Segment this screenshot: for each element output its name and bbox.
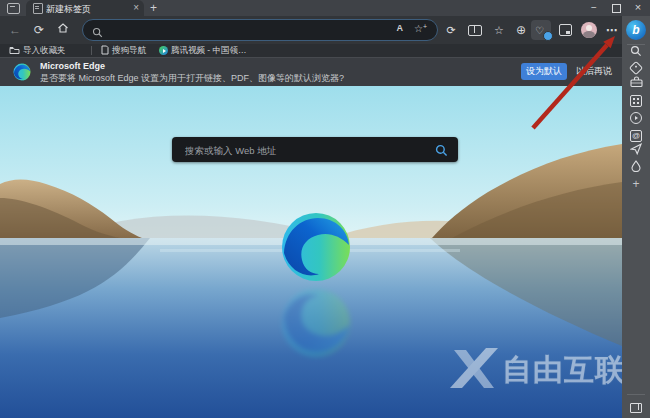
refresh-icon[interactable]: ⟳ [31, 22, 47, 38]
favorites-bar: 导入收藏夹 搜狗导航 腾讯视频 - 中国领… [0, 44, 622, 57]
newtab-search-icon[interactable] [435, 143, 448, 161]
divider [627, 394, 645, 395]
bookmark-sogou[interactable]: 搜狗导航 [101, 44, 146, 57]
active-tab[interactable]: 新建标签页 × [26, 0, 144, 16]
window-maximize-button[interactable] [608, 1, 624, 15]
new-tab-page: 自由互联 [0, 86, 622, 418]
address-search-icon [92, 24, 103, 42]
sidebar-drop-icon[interactable] [622, 160, 650, 176]
toolbar: ← ⟳ A ☆+ ⟳ ☆ ⊕ ♡ ⋯ [0, 16, 622, 44]
tencent-video-favicon [159, 46, 168, 55]
newtab-search-input[interactable] [183, 141, 427, 160]
set-default-button[interactable]: 设为默认 [521, 63, 567, 80]
sidebar-games-icon[interactable] [622, 93, 650, 109]
bookmark-tencent-video[interactable]: 腾讯视频 - 中国领… [159, 44, 247, 57]
tab-title: 新建标签页 [46, 3, 128, 16]
settings-more-button[interactable]: ⋯ [604, 22, 620, 38]
copilot-bing-icon[interactable]: b [626, 20, 646, 40]
bookmark-import-favorites[interactable]: 导入收藏夹 [9, 44, 66, 57]
address-input[interactable] [109, 22, 403, 39]
tab-favicon-icon [33, 3, 43, 14]
watermark: 自由互联 [448, 348, 622, 394]
web-capture-icon[interactable] [557, 22, 573, 38]
divider [91, 46, 92, 55]
edge-logo-icon [13, 63, 31, 81]
sidebar-customize-icon[interactable] [622, 400, 650, 416]
read-aloud-icon[interactable]: A [397, 23, 404, 33]
sidebar-search-icon[interactable] [622, 45, 650, 61]
banner-message: 是否要将 Microsoft Edge 设置为用于打开链接、PDF、图像等的默认… [40, 72, 344, 85]
add-favorite-icon[interactable]: ☆+ [414, 23, 427, 34]
sync-icon[interactable]: ⟳ [443, 22, 459, 38]
newtab-search-box[interactable] [172, 137, 458, 162]
title-bar: 新建标签页 × + − × [0, 0, 650, 16]
tab-close-icon[interactable]: × [133, 2, 139, 14]
page-icon [101, 45, 109, 55]
collections-icon[interactable]: ⊕ [513, 22, 529, 38]
watermark-x-logo [448, 348, 500, 390]
back-icon[interactable]: ← [7, 22, 23, 38]
home-icon[interactable] [55, 22, 71, 38]
edge-logo-reflection [280, 287, 352, 359]
sidebar-drop-send-icon[interactable] [622, 143, 650, 159]
window-close-button[interactable]: × [630, 1, 646, 15]
sidebar-video-icon[interactable] [622, 110, 650, 126]
sidebar-tools-icon[interactable] [622, 76, 650, 92]
sidebar-add-icon[interactable]: + [622, 176, 650, 192]
new-tab-button[interactable]: + [150, 1, 157, 15]
banner-title: Microsoft Edge [40, 61, 105, 71]
maximize-icon [612, 4, 621, 13]
split-screen-icon[interactable] [467, 22, 483, 38]
edge-sidebar: b @ + [622, 16, 650, 418]
folder-import-icon [9, 46, 20, 55]
sidebar-email-icon[interactable]: @ [622, 126, 650, 142]
window-minimize-button[interactable]: − [586, 1, 602, 15]
tab-actions-menu-icon[interactable] [7, 3, 20, 14]
watermark-text: 自由互联 [502, 350, 622, 391]
edge-logo-large [280, 211, 352, 283]
edge-browser-window: 新建标签页 × + − × ← ⟳ A ☆+ ⟳ ☆ ⊕ ♡ [0, 0, 650, 418]
profile-avatar[interactable] [581, 22, 597, 38]
browser-essentials-icon[interactable]: ♡ [531, 20, 551, 40]
update-badge [543, 31, 553, 41]
default-browser-banner: Microsoft Edge 是否要将 Microsoft Edge 设置为用于… [0, 57, 622, 86]
sidebar-shopping-icon[interactable] [622, 60, 650, 76]
address-bar[interactable]: A ☆+ [82, 19, 438, 41]
later-button[interactable]: 以后再说 [571, 63, 617, 80]
favorites-icon[interactable]: ☆ [491, 22, 507, 38]
